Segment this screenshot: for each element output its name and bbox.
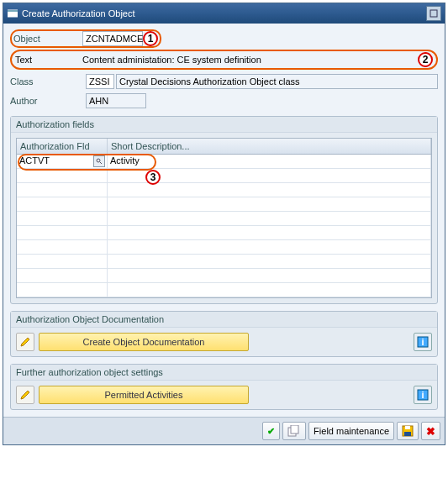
window-icon — [7, 8, 18, 19]
content-area: Object ZCNTADMCES 1 Text Content adminis… — [3, 24, 445, 417]
doc-group-title: Authorization Object Documentation — [11, 312, 437, 328]
settings-group-title: Further authorization object settings — [11, 365, 437, 381]
auth-fields-title: Authorization fields — [11, 117, 437, 133]
dialog-window: Create Authorization Object Object ZCNTA… — [3, 3, 445, 445]
svg-text:i: i — [421, 337, 424, 347]
field-maintenance-button[interactable]: Field maintenance — [308, 422, 394, 440]
cell-fld[interactable]: ACTVT — [17, 155, 108, 168]
callout-1: 1 — [143, 31, 158, 46]
close-button[interactable] — [426, 6, 441, 21]
doc-group: Authorization Object Documentation Creat… — [10, 311, 438, 357]
cell-desc: Activity — [108, 155, 431, 168]
class-desc-field: Crystal Decisions Authorization Object c… — [116, 74, 438, 89]
svg-rect-12 — [405, 426, 410, 429]
text-field[interactable]: Content administation: CE system definit… — [82, 55, 414, 65]
col-short-desc[interactable]: Short Description... — [108, 139, 431, 154]
settings-group: Further authorization object settings Pe… — [10, 364, 438, 410]
svg-line-4 — [100, 162, 102, 164]
class-row: Class ZSSI Crystal Decisions Authorizati… — [10, 73, 438, 90]
class-label: Class — [10, 76, 86, 87]
text-label: Text — [15, 55, 82, 65]
class-code-field[interactable]: ZSSI — [86, 74, 114, 89]
ok-button[interactable]: ✔ — [262, 422, 280, 440]
svg-rect-2 — [430, 10, 437, 17]
title-bar: Create Authorization Object — [3, 3, 445, 24]
edit-settings-button[interactable] — [16, 386, 34, 404]
cell-fld-text: ACTVT — [19, 155, 50, 166]
save-button[interactable] — [397, 422, 419, 440]
create-doc-button[interactable]: Create Object Documentation — [39, 333, 249, 351]
table-row[interactable]: ACTVT Activity — [17, 155, 431, 169]
table-body: ACTVT Activity — [17, 155, 431, 297]
info-button-2[interactable]: i — [414, 386, 432, 404]
svg-text:i: i — [421, 390, 424, 400]
cancel-button[interactable]: ✖ — [421, 422, 440, 440]
object-field[interactable]: ZCNTADMCES — [82, 31, 143, 46]
svg-rect-13 — [404, 432, 411, 436]
object-label: Object — [13, 34, 82, 44]
svg-rect-1 — [8, 10, 18, 12]
auth-fields-table: Authorization Fld Short Description... A… — [16, 138, 432, 298]
info-button[interactable]: i — [414, 333, 432, 351]
col-auth-fld[interactable]: Authorization Fld — [17, 139, 108, 154]
permitted-activities-button[interactable]: Permitted Activities — [39, 386, 249, 404]
svg-rect-10 — [291, 425, 298, 434]
cancel-icon: ✖ — [426, 425, 435, 438]
text-row: Text Content administation: CE system de… — [10, 50, 438, 70]
edit-doc-button[interactable] — [16, 333, 34, 351]
auth-fields-group: Authorization fields Authorization Fld S… — [10, 116, 438, 304]
field-maint-label: Field maintenance — [314, 426, 389, 436]
svg-point-3 — [97, 159, 100, 162]
save-copy-button[interactable] — [282, 422, 306, 440]
copy-icon — [287, 425, 301, 437]
author-label: Author — [10, 96, 86, 106]
window-title: Create Authorization Object — [22, 8, 426, 18]
object-row: Object ZCNTADMCES 1 — [10, 30, 438, 47]
check-icon: ✔ — [267, 426, 275, 437]
table-header: Authorization Fld Short Description... — [17, 139, 431, 155]
diskette-icon — [402, 425, 414, 437]
footer-toolbar: ✔ Field maintenance ✖ — [3, 417, 445, 444]
author-field[interactable]: AHN — [86, 93, 146, 108]
author-row: Author AHN — [10, 92, 438, 109]
callout-3: 3 — [145, 170, 161, 185]
callout-2: 2 — [418, 52, 433, 67]
value-help-icon[interactable] — [93, 155, 105, 167]
